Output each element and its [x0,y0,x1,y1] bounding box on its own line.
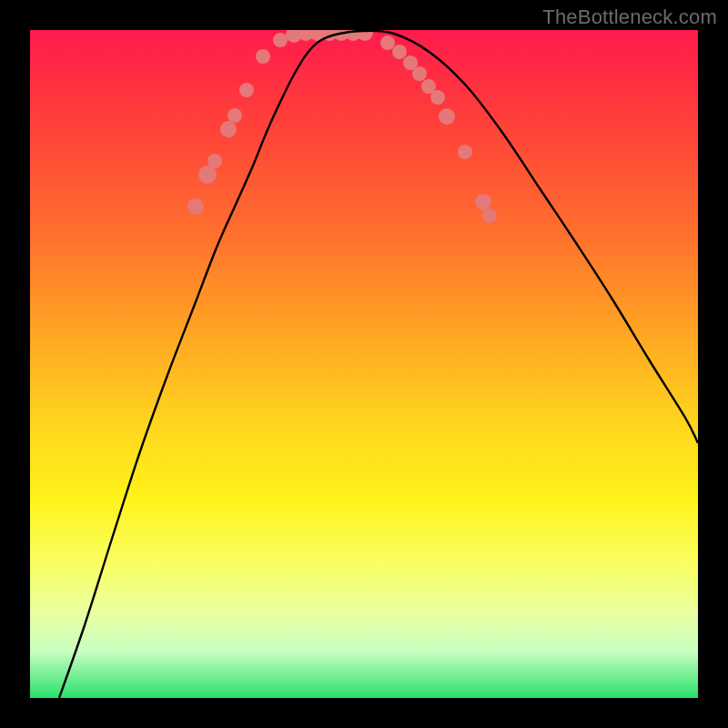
plot-area [30,30,698,698]
data-marker [439,108,455,125]
data-marker [220,121,237,137]
data-marker [392,45,407,59]
data-marker [239,83,254,97]
watermark-text: TheBottleneck.com [542,5,717,29]
data-marker [198,166,217,184]
curve-svg [30,30,698,698]
data-marker [475,194,491,210]
data-marker [380,35,395,50]
chart-frame: TheBottleneck.com [0,0,728,728]
data-marker [458,145,472,159]
data-marker [412,66,427,81]
data-marker [273,33,288,47]
bottleneck-curve [59,31,698,698]
data-marker [256,49,270,64]
data-marker [430,90,445,105]
data-markers [187,30,497,223]
data-marker [228,108,242,123]
data-marker [207,154,222,168]
data-marker [482,208,497,223]
data-marker [187,198,204,215]
